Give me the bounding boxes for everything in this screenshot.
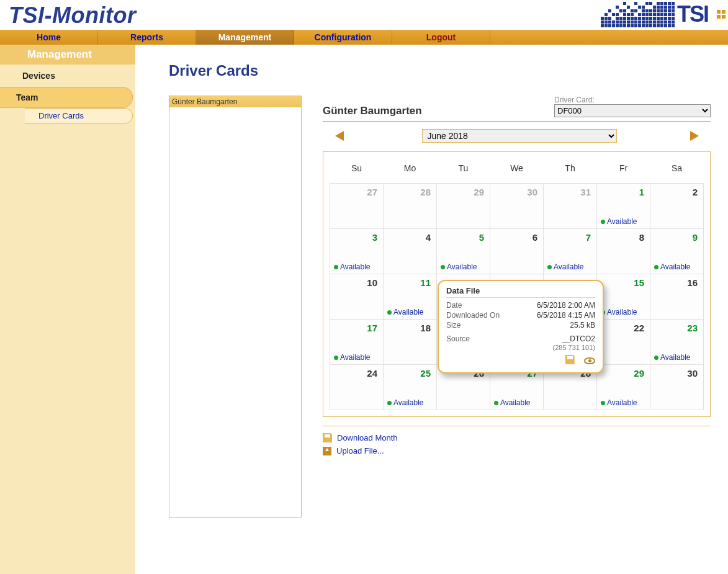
- page-title: Driver Cards: [169, 62, 711, 79]
- top-nav: Home Reports Management Configuration Lo…: [0, 30, 728, 45]
- available-label[interactable]: Available: [654, 353, 690, 362]
- calendar-cell: 8: [597, 229, 650, 274]
- calendar-cell[interactable]: 15Available: [597, 274, 650, 320]
- tooltip-title: Data File: [446, 286, 595, 298]
- calendar-cell: 6: [490, 229, 544, 274]
- available-label[interactable]: Available: [334, 353, 370, 362]
- sidebar-item-driver-cards[interactable]: Driver Cards: [25, 108, 133, 123]
- view-icon[interactable]: [580, 357, 595, 366]
- save-icon[interactable]: [562, 357, 575, 366]
- calendar-cell: 10: [330, 274, 384, 320]
- available-label[interactable]: Available: [387, 398, 423, 407]
- available-label[interactable]: Available: [494, 398, 530, 407]
- nav-management[interactable]: Management: [196, 30, 294, 45]
- calendar-cell: 18: [384, 320, 437, 365]
- available-label[interactable]: Available: [547, 262, 583, 271]
- driver-card-select[interactable]: DF000: [554, 104, 711, 117]
- weekday-header: Su: [330, 158, 384, 184]
- data-file-tooltip: Data File Date6/5/2018 2:00 AM Downloade…: [438, 280, 604, 374]
- driver-list: Günter Baumgarten: [169, 96, 302, 518]
- calendar-cell[interactable]: 11Available: [384, 274, 437, 320]
- driver-title: Günter Baumgarten: [323, 105, 422, 117]
- nav-home[interactable]: Home: [0, 30, 98, 45]
- calendar-cell[interactable]: 5Available: [437, 229, 490, 274]
- available-label[interactable]: Available: [601, 217, 637, 226]
- available-label[interactable]: Available: [441, 262, 477, 271]
- download-month-link[interactable]: Download Month: [323, 431, 711, 444]
- available-label[interactable]: Available: [387, 308, 423, 316]
- calendar-cell: 4: [384, 229, 437, 274]
- calendar-cell: 30: [490, 184, 544, 229]
- available-label[interactable]: Available: [334, 262, 370, 271]
- download-icon: [323, 433, 332, 442]
- brand-logo: TSI: [601, 1, 726, 27]
- calendar-cell: 2: [650, 184, 704, 229]
- calendar-cell[interactable]: 3Available: [330, 229, 384, 274]
- nav-logout[interactable]: Logout: [392, 30, 490, 45]
- calendar-cell[interactable]: 7Available: [544, 229, 597, 274]
- weekday-header: Sa: [650, 158, 704, 184]
- sidebar-item-devices[interactable]: Devices: [0, 65, 135, 87]
- calendar-cell[interactable]: 29Available: [597, 365, 650, 410]
- next-month-arrow[interactable]: [690, 131, 699, 141]
- fullscreen-icon[interactable]: [717, 10, 726, 19]
- sidebar-item-team[interactable]: Team: [0, 87, 133, 108]
- calendar-cell: 22: [597, 320, 650, 365]
- nav-configuration[interactable]: Configuration: [294, 30, 392, 45]
- weekday-header: We: [490, 158, 544, 184]
- list-item[interactable]: Günter Baumgarten: [169, 96, 301, 107]
- nav-reports[interactable]: Reports: [98, 30, 196, 45]
- driver-card-label: Driver Card:: [554, 96, 711, 104]
- available-label[interactable]: Available: [601, 398, 637, 407]
- upload-icon: [323, 447, 331, 455]
- calendar-cell: 28: [384, 184, 437, 229]
- calendar-cell: 29: [437, 184, 490, 229]
- weekday-header: Fr: [597, 158, 650, 184]
- available-label[interactable]: Available: [654, 262, 690, 271]
- calendar-cell[interactable]: 9Available: [650, 229, 704, 274]
- calendar-cell: 16: [650, 274, 704, 320]
- calendar-cell[interactable]: 23Available: [650, 320, 704, 365]
- calendar-cell: 31: [544, 184, 597, 229]
- upload-file-link[interactable]: Upload File...: [323, 444, 711, 457]
- calendar-cell: 30: [650, 365, 704, 410]
- weekday-header: Th: [544, 158, 597, 184]
- calendar-cell: 27: [330, 184, 384, 229]
- calendar-cell[interactable]: 25Available: [384, 365, 437, 410]
- calendar: SuMoTuWeThFrSa 27282930311Available23Ava…: [323, 151, 711, 417]
- month-select[interactable]: June 2018: [422, 129, 617, 143]
- calendar-cell[interactable]: 1Available: [597, 184, 650, 229]
- weekday-header: Mo: [384, 158, 437, 184]
- available-label[interactable]: Available: [601, 308, 637, 316]
- prev-month-arrow[interactable]: [335, 131, 344, 141]
- sidebar-title: Management: [0, 45, 135, 65]
- weekday-header: Tu: [437, 158, 490, 184]
- calendar-cell[interactable]: 17Available: [330, 320, 384, 365]
- calendar-cell: 24: [330, 365, 384, 410]
